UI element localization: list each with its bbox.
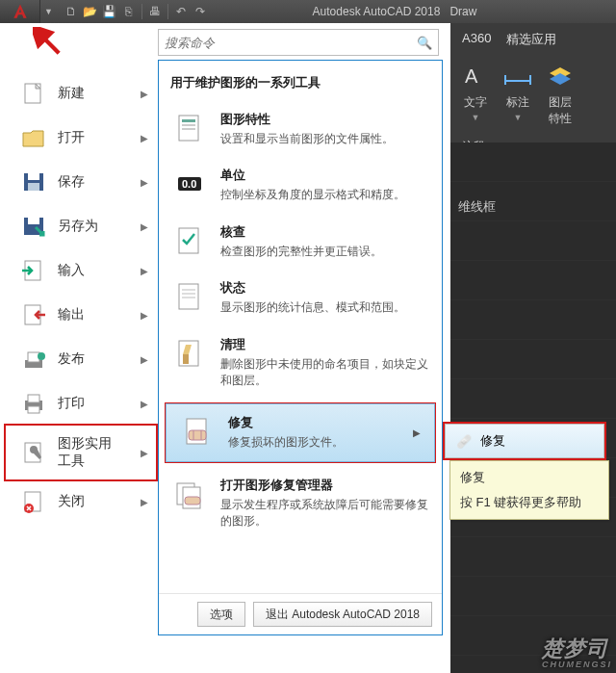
tool-item-audit[interactable]: 核查检查图形的完整性并更正错误。 xyxy=(159,214,442,270)
status-icon xyxy=(172,279,207,314)
undo-icon[interactable]: ↶ xyxy=(172,3,190,20)
svg-text:A: A xyxy=(465,65,478,87)
menu-item-new-file[interactable]: 新建▶ xyxy=(6,71,156,116)
chevron-right-icon: ▶ xyxy=(141,399,148,409)
redo-icon[interactable]: ↷ xyxy=(192,3,209,20)
panel-text[interactable]: A 文字 ▼ xyxy=(456,60,495,127)
watermark: 楚梦司 CHUMENGSI xyxy=(542,634,612,669)
flyout-item-recover[interactable]: 🩹 修复 xyxy=(446,425,603,457)
application-menu-button[interactable] xyxy=(0,0,40,23)
tool-item-status[interactable]: 状态显示图形的统计信息、模式和范围。 xyxy=(159,270,442,325)
tool-item-desc: 设置和显示当前图形的文件属性。 xyxy=(220,131,428,147)
menu-item-import[interactable]: 输入▶ xyxy=(6,248,156,293)
panel-layers[interactable]: 图层 特性 xyxy=(541,60,579,127)
tool-item-desc: 显示发生程序或系统故障后可能需要修复的图形。 xyxy=(220,497,428,531)
menu-item-export[interactable]: 输出▶ xyxy=(6,293,156,337)
recover-flyout: 🩹 修复 xyxy=(443,422,606,460)
menu-item-save-as[interactable]: 另存为▶ xyxy=(6,204,156,248)
tool-item-desc: 删除图形中未使用的命名项目，如块定义和图层。 xyxy=(220,356,428,390)
tool-item-recover[interactable]: 修复修复损坏的图形文件。▶ xyxy=(166,403,435,461)
tool-item-units[interactable]: 0.0单位控制坐标及角度的显示格式和精度。 xyxy=(159,157,442,213)
chevron-right-icon: ▶ xyxy=(141,266,148,276)
panel-dimension[interactable]: 标注 ▼ xyxy=(499,60,537,127)
tooltip: 修复 按 F1 键获得更多帮助 xyxy=(449,460,609,520)
open-file-icon xyxy=(19,125,48,150)
svg-rect-23 xyxy=(182,119,195,122)
viewport-visual-style[interactable]: 维线框 xyxy=(458,198,496,216)
svg-rect-36 xyxy=(189,430,206,440)
chevron-right-icon: ▶ xyxy=(141,177,148,188)
tool-item-recover-mgr[interactable]: 打开图形修复管理器显示发生程序或系统故障后可能需要修复的图形。 xyxy=(159,467,442,540)
save-as-icon xyxy=(19,214,48,239)
tool-item-desc: 控制坐标及角度的显示格式和精度。 xyxy=(220,187,428,203)
tab-a360[interactable]: A360 xyxy=(462,31,491,48)
menu-item-label: 输入 xyxy=(58,262,85,279)
properties-icon xyxy=(172,111,207,145)
options-button[interactable]: 选项 xyxy=(197,602,245,627)
svg-rect-17 xyxy=(28,395,39,402)
separator xyxy=(141,4,142,19)
menu-item-utilities[interactable]: 图形实用 工具▶ xyxy=(4,424,158,481)
new-icon[interactable]: 🗋 xyxy=(63,3,80,20)
menu-item-label: 打印 xyxy=(58,395,85,412)
dropdown-chevron-icon[interactable]: ▼ xyxy=(40,7,57,16)
chevron-down-icon: ▼ xyxy=(514,113,523,122)
menu-item-publish[interactable]: 发布▶ xyxy=(6,337,156,381)
tool-item-properties[interactable]: 图形特性设置和显示当前图形的文件属性。 xyxy=(159,101,442,157)
tool-item-title: 核查 xyxy=(220,223,428,241)
save-as-icon[interactable]: ⎘ xyxy=(120,3,138,20)
chevron-right-icon: ▶ xyxy=(141,448,148,458)
print-icon xyxy=(19,391,48,416)
save-icon xyxy=(19,169,48,194)
ribbon-tabs: A360 精选应用 xyxy=(450,31,616,48)
panel-item-list: 图形特性设置和显示当前图形的文件属性。0.0单位控制坐标及角度的显示格式和精度。… xyxy=(159,101,442,540)
panel-footer: 选项 退出 Autodesk AutoCAD 2018 xyxy=(159,593,442,634)
tooltip-help: 按 F1 键获得更多帮助 xyxy=(460,494,599,511)
svg-line-0 xyxy=(38,32,59,53)
recover-mgr-icon xyxy=(172,477,207,511)
ribbon-panels: A 文字 ▼ 标注 ▼ 图层 特性 xyxy=(450,48,616,133)
tool-item-desc: 修复损坏的图形文件。 xyxy=(228,434,399,451)
exit-button[interactable]: 退出 Autodesk AutoCAD 2018 xyxy=(253,602,432,627)
units-icon: 0.0 xyxy=(172,167,207,201)
command-search[interactable]: 🔍 xyxy=(158,29,439,56)
menu-item-open-file[interactable]: 打开▶ xyxy=(6,116,156,160)
print-icon[interactable]: 🖶 xyxy=(146,3,164,20)
menu-item-close[interactable]: 关闭▶ xyxy=(6,479,156,524)
search-icon[interactable]: 🔍 xyxy=(417,36,432,50)
chevron-right-icon: ▶ xyxy=(141,310,148,321)
menu-item-label: 关闭 xyxy=(58,493,85,510)
quick-access-toolbar: 🗋 📂 💾 ⎘ 🖶 ↶ ↷ xyxy=(57,3,215,20)
svg-rect-10 xyxy=(28,218,39,224)
annotation-arrow xyxy=(33,27,65,60)
tool-item-purge[interactable]: 清理删除图形中未使用的命名项目，如块定义和图层。 xyxy=(159,326,442,400)
tool-item-title: 状态 xyxy=(220,279,428,297)
close-icon xyxy=(19,489,48,514)
purge-icon xyxy=(172,336,207,371)
svg-rect-7 xyxy=(28,173,39,180)
audit-icon xyxy=(172,223,207,258)
svg-rect-8 xyxy=(28,183,39,191)
chevron-right-icon: ▶ xyxy=(141,354,148,365)
menu-item-label: 另存为 xyxy=(58,218,98,235)
svg-rect-34 xyxy=(183,354,189,364)
menu-item-print[interactable]: 打印▶ xyxy=(6,381,156,426)
application-menu: 新建▶打开▶保存▶另存为▶输入▶输出▶发布▶打印▶图形实用 工具▶关闭▶ xyxy=(6,71,156,524)
svg-text:0.0: 0.0 xyxy=(182,178,196,190)
svg-rect-25 xyxy=(182,128,195,130)
title-bar: ▼ 🗋 📂 💾 ⎘ 🖶 ↶ ↷ Autodesk AutoCAD 2018 Dr… xyxy=(0,0,616,23)
tool-item-title: 修复 xyxy=(228,414,399,431)
menu-item-label: 打开 xyxy=(58,129,85,146)
save-icon[interactable]: 💾 xyxy=(101,3,118,20)
menu-item-save[interactable]: 保存▶ xyxy=(6,160,156,204)
tab-featured-apps[interactable]: 精选应用 xyxy=(506,31,556,48)
flyout-item-label: 修复 xyxy=(480,432,505,450)
open-icon[interactable]: 📂 xyxy=(82,3,99,20)
tool-item-desc: 检查图形的完整性并更正错误。 xyxy=(220,244,428,260)
menu-item-label: 发布 xyxy=(58,350,85,368)
search-input[interactable] xyxy=(165,36,417,50)
dimension-icon xyxy=(499,60,537,92)
viewport[interactable]: 维线框 xyxy=(450,142,616,673)
import-icon xyxy=(19,258,48,283)
chevron-right-icon: ▶ xyxy=(141,89,148,99)
